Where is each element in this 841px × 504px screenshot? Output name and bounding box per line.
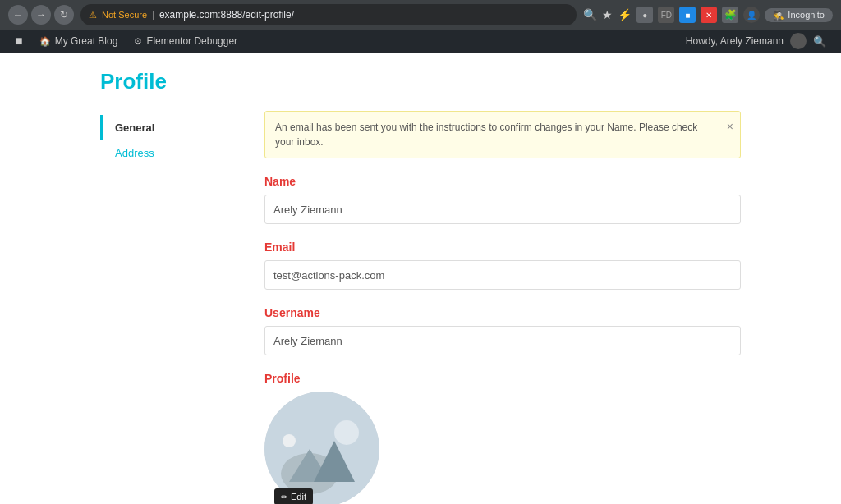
alert-box: An email has been sent you with the inst… [264, 111, 741, 158]
forward-button[interactable]: → [31, 5, 51, 25]
admin-avatar[interactable] [790, 33, 807, 49]
name-label: Name [264, 175, 741, 188]
extension-icon-3[interactable]: ■ [679, 7, 696, 23]
profile-avatar-section: Profile [264, 372, 741, 504]
sidebar-tab-general[interactable]: General [100, 115, 248, 140]
profile-form: An email has been sent you with the inst… [248, 111, 741, 504]
elementor-icon: ⚙ [134, 36, 142, 47]
extension-icon-2[interactable]: FD [658, 7, 674, 23]
extension-icon-1[interactable]: ● [636, 7, 653, 23]
sidebar-tab-address[interactable]: Address [100, 140, 248, 166]
email-section: Email [264, 241, 741, 303]
bookmark-icon[interactable]: ★ [602, 8, 613, 21]
elementor-debugger-link[interactable]: ⚙ Elementor Debugger [126, 30, 246, 53]
profile-sidebar: General Address [100, 111, 248, 504]
browser-nav-controls[interactable]: ← → ↻ [8, 5, 74, 25]
search-icon[interactable]: 🔍 [583, 8, 597, 21]
username-label: Username [264, 306, 741, 319]
lightning-icon[interactable]: ⚡ [618, 8, 632, 21]
svg-point-4 [334, 420, 359, 445]
home-icon: 🏠 [39, 36, 51, 47]
back-button[interactable]: ← [8, 5, 28, 25]
extension-icon-4[interactable]: ✕ [701, 7, 717, 23]
url-text: example.com:8888/edit-profile/ [159, 9, 294, 21]
avatar-image [264, 392, 379, 504]
profile-container: Profile General Address An email has bee… [84, 69, 757, 504]
browser-toolbar: 🔍 ★ ⚡ ● FD ■ ✕ 🧩 👤 🕵️ Incognito [583, 7, 833, 23]
address-bar[interactable]: ⚠ Not Secure | example.com:8888/edit-pro… [80, 4, 577, 25]
email-input[interactable] [264, 260, 741, 290]
email-label: Email [264, 241, 741, 254]
incognito-button[interactable]: 🕵️ Incognito [765, 8, 833, 22]
alert-close-button[interactable]: × [727, 118, 733, 135]
profile-label: Profile [264, 372, 741, 385]
username-section: Username [264, 306, 741, 369]
reload-button[interactable]: ↻ [54, 5, 74, 25]
howdy-text: Howdy, Arely Ziemann [686, 35, 784, 47]
name-input[interactable] [264, 195, 741, 224]
admin-search-icon[interactable]: 🔍 [813, 35, 826, 48]
pencil-icon: ✏ [281, 493, 287, 502]
page-title: Profile [100, 69, 741, 94]
username-input[interactable] [264, 326, 741, 355]
name-section: Name [264, 175, 741, 237]
extension-icon-puzzle[interactable]: 🧩 [722, 7, 738, 23]
elementor-debugger-label: Elementor Debugger [146, 35, 237, 47]
wp-admin-bar: ■ 🏠 My Great Blog ⚙ Elementor Debugger H… [0, 30, 841, 53]
alert-message: An email has been sent you with the inst… [275, 121, 697, 148]
edit-label: Edit [291, 492, 306, 502]
security-warning-icon: ⚠ [89, 10, 97, 21]
page-content: Profile General Address An email has bee… [0, 53, 841, 504]
browser-chrome: ← → ↻ ⚠ Not Secure | example.com:8888/ed… [0, 0, 841, 30]
admin-bar-right: Howdy, Arely Ziemann 🔍 [678, 33, 834, 49]
wp-logo-button[interactable]: ■ [7, 30, 31, 53]
account-icon[interactable]: 👤 [743, 7, 760, 23]
security-label: Not Secure [102, 10, 147, 20]
wordpress-icon: ■ [15, 34, 23, 48]
avatar-edit-button[interactable]: ✏ Edit [274, 488, 313, 504]
site-name-link[interactable]: 🏠 My Great Blog [31, 30, 126, 53]
incognito-label: Incognito [788, 10, 825, 20]
incognito-hat-icon: 🕵️ [773, 10, 784, 21]
site-name-label: My Great Blog [55, 35, 118, 47]
svg-point-5 [283, 434, 296, 447]
avatar-container [264, 392, 379, 504]
profile-layout: General Address An email has been sent y… [100, 111, 741, 504]
